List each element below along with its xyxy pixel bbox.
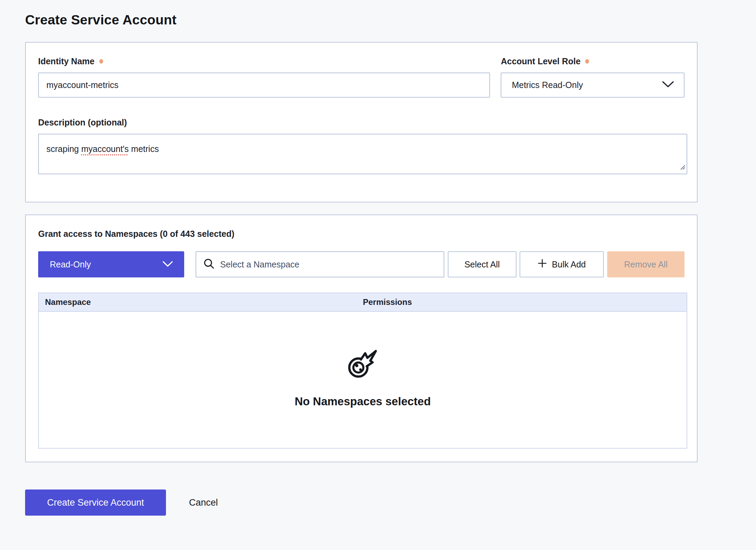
description-text-before: scraping — [46, 144, 81, 154]
description-text-after: metrics — [129, 144, 159, 154]
account-level-role-select[interactable]: Metrics Read-Only — [501, 73, 685, 98]
create-service-account-button[interactable]: Create Service Account — [25, 490, 166, 516]
description-textarea[interactable]: scraping myaccount's metrics — [38, 134, 687, 174]
identity-name-label: Identity Name — [38, 56, 103, 66]
required-dot-icon — [585, 59, 589, 64]
description-text-misspelled: myaccount's — [81, 144, 129, 154]
create-service-account-page: Create Service Account Identity Name Acc… — [0, 0, 698, 516]
comet-icon — [347, 347, 379, 381]
description-label-text: Description (optional) — [38, 118, 127, 128]
select-all-button[interactable]: Select All — [448, 251, 516, 277]
resize-handle-icon[interactable] — [679, 162, 686, 173]
empty-state-text: No Namespaces selected — [294, 395, 431, 408]
remove-all-label: Remove All — [624, 260, 667, 270]
column-header-namespace: Namespace — [39, 297, 363, 307]
identity-name-input[interactable] — [38, 73, 490, 98]
namespace-search[interactable] — [196, 251, 444, 277]
namespaces-table: Namespace Permissions No Namespaces sele… — [38, 293, 687, 449]
identity-name-label-text: Identity Name — [38, 56, 94, 66]
namespaces-table-header: Namespace Permissions — [39, 293, 687, 312]
identity-form-panel: Identity Name Account Level Role Metrics… — [25, 42, 698, 202]
namespaces-table-empty-body: No Namespaces selected — [39, 312, 687, 448]
cancel-button[interactable]: Cancel — [189, 497, 218, 508]
form-actions: Create Service Account Cancel — [25, 490, 698, 516]
bulk-add-label: Bulk Add — [552, 260, 586, 270]
remove-all-button-disabled[interactable]: Remove All — [607, 251, 685, 277]
namespaces-heading: Grant access to Namespaces (0 of 443 sel… — [38, 229, 685, 239]
chevron-down-icon — [662, 80, 674, 90]
namespace-search-input[interactable] — [220, 252, 437, 277]
account-level-role-label-text: Account Level Role — [501, 56, 580, 66]
permission-role-value: Read-Only — [50, 260, 91, 270]
chevron-down-icon — [162, 260, 173, 270]
select-all-label: Select All — [464, 260, 500, 270]
search-icon — [203, 258, 215, 271]
bulk-add-button[interactable]: Bulk Add — [520, 251, 604, 277]
plus-icon — [537, 258, 547, 270]
required-dot-icon — [99, 59, 103, 64]
page-title: Create Service Account — [25, 12, 698, 28]
namespaces-toolbar: Read-Only Select All — [38, 251, 685, 277]
namespaces-panel: Grant access to Namespaces (0 of 443 sel… — [25, 214, 698, 462]
column-header-permissions: Permissions — [363, 297, 412, 307]
permission-role-dropdown[interactable]: Read-Only — [38, 251, 184, 277]
account-level-role-label: Account Level Role — [501, 56, 589, 66]
account-level-role-value: Metrics Read-Only — [512, 80, 583, 90]
description-label: Description (optional) — [38, 118, 127, 128]
